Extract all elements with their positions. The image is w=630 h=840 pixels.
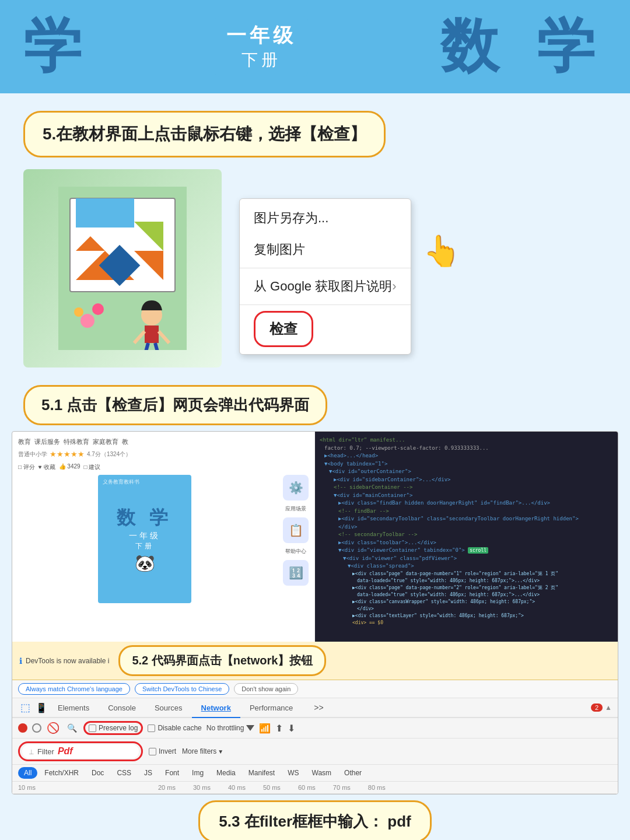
action-bar: □ 评分 ♥ 收藏 👍 3429 □ 建议 [18,463,309,471]
network-toolbar: 🚫 🔍 Preserve log Disable cache No thrott… [12,718,618,738]
website-content-area: 教育 课后服务 特殊教育 家庭教育 教 普通中小学 ★★★★★ 4.7分（132… [12,432,618,642]
type-btn-doc[interactable]: Doc [86,767,110,779]
grade-volume-block: 一年级 下册 [215,16,308,77]
inspect-row[interactable]: 检查 [240,307,411,351]
section53-area: 5.3 在filter框框中输入： pdf [0,794,630,840]
book-title: 数 学 [117,505,173,531]
disable-cache-check[interactable] [148,724,155,732]
tangram-visual [58,187,187,350]
timeline-header: 10 ms 20 ms 30 ms 40 ms 50 ms 60 ms 70 m… [12,782,618,794]
devtools-notify-bar: ℹ DevTools is now available i 5.2 代码界面点击… [12,642,618,680]
inspect-item[interactable]: 检查 [254,311,313,347]
math-title: 数 学 [440,8,607,86]
grade-label: 一年级 [226,22,296,49]
record-button[interactable] [18,723,27,733]
stop-recording-button[interactable] [32,723,41,733]
app-icon-2[interactable]: 📋 [283,517,309,543]
search-button[interactable]: 🔍 [65,721,79,735]
step51-row: 5.1 点击【检查后】网页会弹出代码界面 [0,385,630,425]
type-btn-other[interactable]: Other [338,767,368,779]
always-match-lang-btn[interactable]: Always match Chrome's language [18,683,130,695]
type-filters: All Fetch/XHR Doc CSS JS Font Img Media … [12,765,618,782]
throttle-select[interactable]: No throttling [206,724,255,732]
wifi-icon: 📶 [259,723,271,734]
filter-label: Filter [37,747,54,756]
volume-label: 下册 [226,49,296,71]
preserve-log-checkbox[interactable]: Preserve log [89,724,138,732]
more-filters-chevron: ▼ [218,748,223,755]
type-btn-wasm[interactable]: Wasm [306,767,338,779]
website-left: 教育 课后服务 特殊教育 家庭教育 教 普通中小学 ★★★★★ 4.7分（132… [12,432,315,642]
preserve-log-check[interactable] [89,724,96,732]
svg-point-15 [92,303,104,315]
filter-input-oval: ⟂ Filter Pdf [18,741,143,761]
svg-rect-9 [145,326,159,343]
menu-divider2 [240,304,411,305]
tab-sources[interactable]: Sources [145,699,192,718]
invert-checkbox[interactable]: Invert [149,747,176,755]
throttle-dropdown-icon[interactable] [246,725,254,731]
app-icon-1[interactable]: ⚙️ [283,475,309,501]
book-volume: 下册 [135,541,154,551]
app-icons: ⚙️ 应用场景 📋 帮助中心 🔢 [283,475,309,586]
switch-to-chinese-btn[interactable]: Switch DevTools to Chinese [135,683,229,695]
website-rating: 普通中小学 ★★★★★ 4.7分（1324个） [18,450,309,459]
type-btn-fetch[interactable]: Fetch/XHR [38,767,85,779]
copy-image-item[interactable]: 复制图片 [240,234,411,265]
book-cover: 义务教育教科书 数 学 一年级 下册 🐼 [98,475,191,603]
section51-wrapper: 5.1 点击【检查后】网页会弹出代码界面 教育 课后服务 特殊教育 家庭教育 教… [0,373,630,794]
google-image-item[interactable]: 从 Google 获取图片说明 › [240,271,411,302]
type-btn-media[interactable]: Media [211,767,242,779]
inspect-element-icon[interactable]: ⬚ [18,701,32,715]
type-btn-ws[interactable]: WS [282,767,304,779]
tab-console[interactable]: Console [99,699,145,718]
svg-point-16 [74,307,83,317]
menu-divider [240,268,411,268]
upload-icon[interactable]: ⬆ [275,723,283,734]
app-icon-3[interactable]: 🔢 [283,560,309,586]
type-btn-js[interactable]: JS [138,767,158,779]
type-btn-all[interactable]: All [18,767,37,779]
tabs-container: ⬚ 📱 Elements Console Sources Network Per… [18,698,591,717]
context-menu: 图片另存为... 复制图片 从 Google 获取图片说明 › 检查 [239,198,411,355]
filter-input-wrap: ⟂ Filter Pdf [22,744,139,758]
step52-overlay: 5.2 代码界面点击【network】按钮 [118,645,326,676]
inspect-highlight: 检查 [254,311,313,347]
disable-cache-checkbox[interactable]: Disable cache [148,724,201,732]
devtools-screenshot: 教育 课后服务 特殊教育 家庭教育 教 普通中小学 ★★★★★ 4.7分（132… [12,431,618,794]
finger-pointer: 👆 [423,233,461,269]
filter-row: ⟂ Filter Pdf Invert More filters ▼ [12,738,618,765]
timeline-name-header: 10 ms [18,784,146,791]
panda-image [23,169,222,368]
type-btn-font[interactable]: Font [159,767,185,779]
left-char: 学 [23,8,82,86]
type-btn-manifest[interactable]: Manifest [243,767,281,779]
website-nav: 教育 课后服务 特殊教育 家庭教育 教 [18,438,309,446]
save-image-item[interactable]: 图片另存为... [240,202,411,234]
dont-show-again-btn[interactable]: Don't show again [234,683,298,695]
step5-section: 5.在教材界面上点击鼠标右键，选择【检查】 [0,93,630,163]
tab-elements[interactable]: Elements [48,699,99,718]
step5-bubble: 5.在教材界面上点击鼠标右键，选择【检查】 [23,111,386,158]
type-btn-css[interactable]: CSS [111,767,137,779]
svg-point-14 [80,314,94,328]
context-menu-area: 图片另存为... 复制图片 从 Google 获取图片说明 › 检查 👆 [0,163,630,373]
tab-performance[interactable]: Performance [240,699,302,718]
clear-button[interactable]: 🚫 [46,721,60,735]
device-toolbar-icon[interactable]: 📱 [34,701,48,715]
download-icon[interactable]: ⬇ [288,723,295,734]
tab-more[interactable]: >> [304,698,332,718]
tab-network[interactable]: Network [192,699,240,718]
more-filters-btn[interactable]: More filters ▼ [182,747,223,755]
html-code-panel: <html dir="ltr" manifest... factor: 0.7;… [315,432,618,642]
step53-bubble: 5.3 在filter框框中输入： pdf [198,800,431,840]
filter-value: Pdf [58,746,73,757]
type-btn-img[interactable]: Img [186,767,209,779]
invert-check[interactable] [149,748,156,755]
step52-bubble: 5.2 代码界面点击【network】按钮 [118,645,326,676]
error-count: 2 [591,704,603,712]
devtools-tabs: ⬚ 📱 Elements Console Sources Network Per… [12,698,618,718]
context-menu-panel: 图片另存为... 复制图片 从 Google 获取图片说明 › 检查 👆 [239,169,607,355]
svg-rect-7 [76,198,134,228]
textbook-header: 学 一年级 下册 数 学 [0,0,630,93]
